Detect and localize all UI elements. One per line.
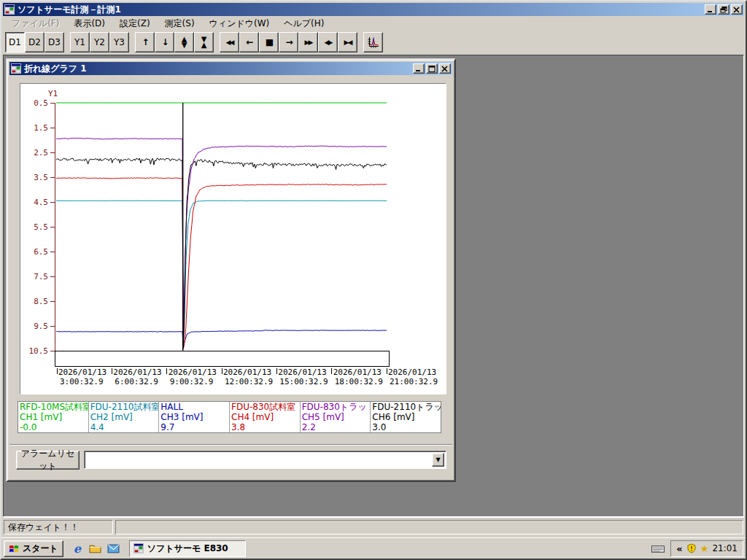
legend-cell-ch5[interactable]: FDU-830トラッCH5 [mV]2.2	[301, 402, 371, 432]
graph-window-icon	[11, 63, 21, 74]
task-button-softthermo[interactable]: ソフトサーモ E830	[129, 540, 246, 557]
legend-cell-ch2[interactable]: FDU-2110試料室CH2 [mV]4.4	[89, 402, 160, 432]
toolbar-button-y2[interactable]: Y2	[90, 32, 109, 52]
graph-window: 折れ線グラフ 1 0.51.52.53.54.55.56.57.58.59.51…	[6, 58, 456, 482]
channel-name-ch6: FDU-2110トラッ	[372, 402, 439, 412]
toolbar-button-scroll-up[interactable]: ↑	[135, 32, 155, 52]
line-chart[interactable]: 0.51.52.53.54.55.56.57.58.59.510.5Y12026…	[20, 83, 446, 394]
toolbar-button-stop[interactable]: ■	[259, 32, 279, 52]
toolbar-button-compress-horizontal[interactable]: ▶◀	[338, 32, 357, 52]
status-panel-secondary	[115, 520, 743, 534]
svg-text:12:00:32.9: 12:00:32.9	[225, 377, 273, 386]
stop-icon: ■	[266, 37, 272, 47]
step-left-icon: ←	[246, 37, 252, 47]
menu-item-help[interactable]: ヘルプ(H)	[276, 16, 331, 31]
keyboard-icon[interactable]	[651, 544, 665, 553]
toolbar-button-fast-rewind[interactable]: ◀◀	[220, 32, 239, 52]
svg-text:9:00:32.9: 9:00:32.9	[170, 377, 214, 386]
toolbar-button-compress-vertical[interactable]: ▼▲	[194, 32, 214, 52]
expand-vertical-icon: ▲▼	[182, 36, 187, 48]
toolbar-button-fast-forward[interactable]: ▶▶	[298, 32, 318, 52]
toolbar-button-step-right[interactable]: →	[279, 32, 298, 52]
chart-canvas: 0.51.52.53.54.55.56.57.58.59.510.5Y12026…	[21, 85, 445, 393]
svg-text:2026/01/13: 2026/01/13	[223, 368, 271, 377]
svg-text:15:00:32.9: 15:00:32.9	[279, 377, 328, 386]
task-button-label: ソフトサーモ E830	[147, 542, 228, 555]
toolbar-button-expand-vertical[interactable]: ▲▼	[174, 32, 194, 52]
svg-text:2026/01/13: 2026/01/13	[278, 368, 326, 377]
channel-name-ch3: HALL	[160, 402, 228, 412]
close-button[interactable]	[731, 4, 743, 15]
tray-chevron[interactable]: «	[676, 543, 682, 554]
scroll-down-icon: ↓	[161, 37, 167, 47]
menu-item-measure[interactable]: 測定(S)	[158, 16, 202, 31]
legend-cell-ch6[interactable]: FDU-2110トラッCH6 [mV]3.0	[371, 402, 441, 432]
channel-label-ch3: CH3 [mV]	[160, 412, 228, 422]
start-button-label: スタート	[23, 542, 58, 555]
toolbar-button-expand-horizontal[interactable]: ◀▶	[318, 32, 338, 52]
channel-label-ch1: CH1 [mV]	[20, 412, 87, 422]
restore-button[interactable]	[718, 4, 729, 15]
graph-window-title: 折れ線グラフ 1	[24, 63, 413, 75]
outlook-icon[interactable]	[107, 542, 120, 555]
system-tray: « ★ 21:01	[670, 540, 743, 557]
svg-text:2026/01/13: 2026/01/13	[388, 368, 436, 377]
svg-text:2026/01/13: 2026/01/13	[169, 368, 217, 377]
panel-divider	[9, 444, 452, 446]
mdi-workspace: 折れ線グラフ 1 0.51.52.53.54.55.56.57.58.59.51…	[3, 55, 744, 517]
window-title: ソフトサーモ計測－計測1	[18, 4, 705, 16]
menu-item-view[interactable]: 表示(D)	[66, 16, 112, 31]
svg-text:9.5: 9.5	[34, 322, 48, 331]
svg-text:6:00:32.9: 6:00:32.9	[115, 377, 158, 386]
toolbar-button-step-left[interactable]: ←	[239, 32, 259, 52]
svg-text:2026/01/13: 2026/01/13	[113, 368, 161, 377]
channel-value-ch2: 4.4	[90, 422, 158, 432]
security-shield-icon[interactable]	[686, 543, 697, 553]
channel-label-ch5: CH5 [mV]	[302, 412, 369, 422]
channel-value-ch6: 3.0	[372, 422, 439, 432]
toolbar-button-d2[interactable]: D2	[25, 32, 44, 52]
app-icon	[4, 4, 15, 15]
channel-value-ch4: 3.8	[231, 422, 298, 432]
task-button-icon	[133, 543, 144, 553]
graph-maximize-button[interactable]	[426, 63, 438, 74]
svg-text:2.5: 2.5	[34, 148, 48, 158]
svg-text:3:00:32.9: 3:00:32.9	[60, 377, 104, 386]
toolbar-button-y1[interactable]: Y1	[70, 32, 90, 52]
legend-cell-ch1[interactable]: RFD-10MS試料室CH1 [mV]-0.0	[18, 402, 89, 432]
main-titlebar: ソフトサーモ計測－計測1	[3, 3, 744, 16]
svg-text:7.5: 7.5	[34, 272, 48, 281]
compress-vertical-icon: ▼▲	[201, 36, 207, 48]
chart-icon	[367, 36, 380, 49]
graph-close-button[interactable]	[439, 63, 451, 74]
toolbar-button-d1[interactable]: D1	[5, 32, 25, 52]
toolbar-button-graph-setup[interactable]	[363, 32, 383, 52]
folder-icon[interactable]	[89, 542, 102, 555]
graph-client-area: 0.51.52.53.54.55.56.57.58.59.510.5Y12026…	[9, 76, 452, 478]
legend-cell-ch4[interactable]: FDU-830試料室CH4 [mV]3.8	[230, 402, 301, 432]
toolbar-button-d3[interactable]: D3	[44, 32, 64, 52]
svg-text:3.5: 3.5	[34, 173, 48, 182]
channel-label-ch4: CH4 [mV]	[231, 412, 298, 422]
menu-item-settings[interactable]: 設定(Z)	[112, 16, 158, 31]
alarm-combobox[interactable]: ▼	[84, 451, 446, 469]
legend: RFD-10MS試料室CH1 [mV]-0.0FDU-2110試料室CH2 [m…	[18, 401, 441, 433]
channel-label-ch6: CH6 [mV]	[372, 412, 439, 422]
graph-minimize-button[interactable]	[413, 63, 425, 74]
minimize-button[interactable]	[705, 4, 716, 15]
star-icon[interactable]: ★	[700, 544, 709, 553]
legend-cell-ch3[interactable]: HALLCH3 [mV]9.7	[159, 402, 230, 432]
chevron-down-icon[interactable]: ▼	[432, 453, 444, 467]
channel-value-ch3: 9.7	[160, 422, 228, 432]
menu-item-window[interactable]: ウィンドウ(W)	[202, 16, 277, 31]
alarm-reset-button[interactable]: アラームリセット	[16, 451, 80, 470]
ie-icon[interactable]: e	[71, 542, 84, 555]
toolbar-button-y3[interactable]: Y3	[109, 32, 129, 52]
graph-titlebar: 折れ線グラフ 1	[9, 62, 452, 75]
svg-text:2026/01/13: 2026/01/13	[58, 368, 107, 377]
svg-text:Y1: Y1	[48, 89, 58, 98]
toolbar-button-scroll-down[interactable]: ↓	[155, 32, 174, 52]
menu-item-file[interactable]: ファイル(F)	[4, 16, 66, 31]
start-button[interactable]: スタート	[4, 540, 63, 557]
tray-clock[interactable]: 21:01	[712, 543, 738, 553]
